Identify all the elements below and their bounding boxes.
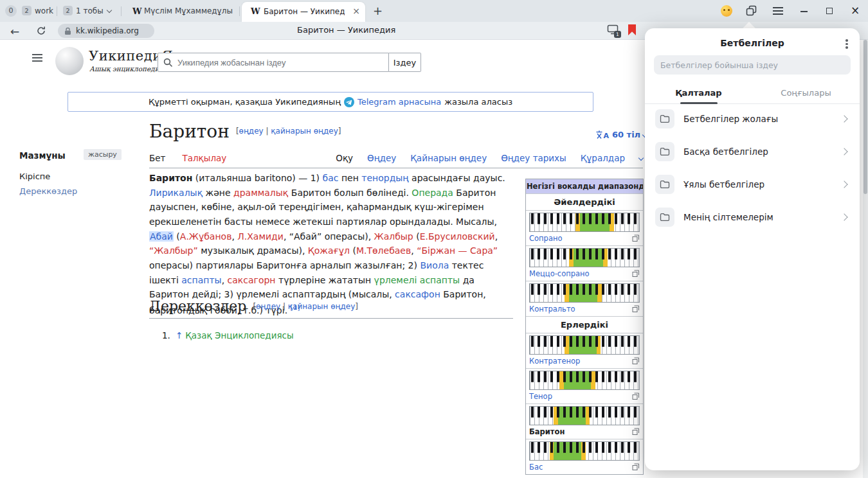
infobox-row-bass: Бас bbox=[526, 439, 643, 474]
keyboard-range-image[interactable] bbox=[529, 283, 640, 303]
folder-item-mobile-bookmarks[interactable]: Ұялы бетбелгілер bbox=[645, 168, 860, 201]
keyboard-range-image[interactable] bbox=[529, 441, 640, 461]
edit-source-link[interactable]: қайнарын өңдеу bbox=[271, 127, 338, 136]
wikipedia-favicon: W bbox=[251, 6, 260, 16]
voice-link[interactable]: Сопрано bbox=[529, 234, 563, 243]
screen-share-icon[interactable]: 1 bbox=[607, 24, 619, 36]
telegram-link[interactable]: Telegram арнасына bbox=[357, 97, 441, 107]
address-bar[interactable]: kk.wikipedia.org bbox=[58, 24, 154, 38]
reference-item: 1.↑Қазақ Энциклопедиясы bbox=[162, 330, 294, 341]
enlarge-icon[interactable] bbox=[632, 305, 640, 313]
browser-tab-bariton-active[interactable]: W Баритон — Уикипедия × bbox=[242, 2, 365, 22]
tab-group-1-toby[interactable]: 1 тобы bbox=[76, 6, 104, 16]
edit-link[interactable]: өңдеу bbox=[256, 302, 280, 311]
folder-item-other-bookmarks[interactable]: Басқа бетбелгілер bbox=[645, 136, 860, 168]
toc-item-references[interactable]: Дереккөздер bbox=[19, 186, 77, 196]
article-tabs: Бет Талқылау Оқу Өңдеу Қайнарын өңдеу Өң… bbox=[149, 150, 643, 168]
tab-folders[interactable]: Қалталар bbox=[645, 84, 752, 103]
edit-link[interactable]: өңдеу bbox=[239, 127, 264, 136]
language-selector[interactable]: A 60 тіл bbox=[595, 130, 647, 139]
folder-item-bookmarks-bar[interactable]: Бетбелгілер жолағы bbox=[645, 103, 860, 136]
enlarge-icon[interactable] bbox=[632, 463, 640, 471]
voice-current: Баритон bbox=[529, 427, 565, 436]
scrollbar-thumb[interactable] bbox=[863, 40, 867, 194]
folder-icon bbox=[655, 175, 674, 194]
browser-tab-muslim[interactable]: W Мүслім Мұхаммедұлы Ма bbox=[127, 3, 238, 20]
collections-panel-icon[interactable] bbox=[746, 5, 757, 17]
tab-talk[interactable]: Талқылау bbox=[182, 153, 226, 163]
voice-link[interactable]: Контратенор bbox=[529, 357, 580, 366]
reference-number: 1. bbox=[162, 330, 170, 341]
tab-read[interactable]: Оқу bbox=[336, 153, 353, 163]
title-edit-links: [өңдеу | қайнарын өңдеу] bbox=[236, 127, 341, 136]
wiki-menu-icon[interactable] bbox=[32, 54, 44, 62]
tab-edit[interactable]: Өңдеу bbox=[367, 153, 396, 163]
enlarge-icon[interactable] bbox=[632, 393, 640, 400]
bookmarks-search[interactable] bbox=[654, 55, 851, 75]
folder-label: Бетбелгілер жолағы bbox=[683, 114, 778, 124]
browser-menu-icon[interactable] bbox=[773, 7, 783, 15]
folder-item-my-links[interactable]: Менің сілтемелерім bbox=[645, 201, 860, 234]
wikipedia-logo[interactable] bbox=[55, 47, 84, 75]
tab-group-badge: 2 bbox=[22, 6, 32, 15]
enlarge-icon[interactable] bbox=[632, 270, 640, 278]
keyboard-range-image[interactable] bbox=[529, 406, 640, 425]
infobox-row-baritone: Баритон bbox=[526, 403, 643, 439]
wiki-search-box[interactable] bbox=[158, 53, 389, 72]
section-title: Дереккөздер bbox=[149, 298, 246, 314]
voice-link[interactable]: Бас bbox=[529, 463, 543, 472]
window-maximize-button[interactable] bbox=[818, 0, 841, 22]
chevron-right-icon bbox=[840, 115, 847, 122]
keyboard-range-image[interactable] bbox=[529, 335, 640, 355]
voice-link[interactable]: Тенор bbox=[529, 392, 552, 401]
folder-icon bbox=[655, 208, 674, 227]
toc-hide-button[interactable]: жасыру bbox=[84, 149, 122, 160]
tab-group-work[interactable]: work bbox=[35, 6, 53, 16]
tab-separator bbox=[57, 6, 57, 16]
toolbar-page-title: Баритон — Уикипедия bbox=[297, 25, 395, 35]
edit-source-link[interactable]: қайнарын өңдеу bbox=[288, 302, 355, 311]
new-tab-button[interactable]: + bbox=[373, 3, 383, 19]
window-close-button[interactable]: × bbox=[844, 0, 867, 22]
chevron-down-icon[interactable] bbox=[107, 8, 112, 13]
tab-history[interactable]: Өңдеу тарихы bbox=[501, 153, 566, 163]
tab-separator bbox=[239, 6, 240, 16]
wikipedia-favicon: W bbox=[132, 6, 142, 16]
tab-recent[interactable]: Соңғылары bbox=[752, 84, 860, 103]
keyboard-range-image[interactable] bbox=[529, 371, 640, 390]
wiki-search: Іздеу bbox=[158, 53, 421, 72]
tab-edit-source[interactable]: Қайнарын өңдеу bbox=[410, 153, 487, 163]
tab-counter-badge[interactable]: 0 bbox=[5, 5, 17, 17]
voice-link[interactable]: Меццо-сопрано bbox=[529, 269, 590, 278]
reference-link[interactable]: Қазақ Энциклопедиясы bbox=[185, 330, 293, 341]
keyboard-range-image[interactable] bbox=[529, 213, 640, 232]
infobox-row-soprano: Сопрано bbox=[526, 210, 643, 245]
tab-tools[interactable]: Құралдар bbox=[581, 153, 625, 163]
infobox-row-countertenor: Контратенор bbox=[526, 333, 643, 368]
wiki-search-input[interactable] bbox=[177, 53, 383, 71]
tab-page[interactable]: Бет bbox=[149, 153, 165, 163]
backlink-arrow[interactable]: ↑ bbox=[176, 330, 183, 341]
kebab-menu-icon[interactable] bbox=[845, 38, 848, 50]
enlarge-icon[interactable] bbox=[632, 357, 640, 365]
voice-link[interactable]: Контральто bbox=[529, 305, 575, 314]
toc-item-intro[interactable]: Кіріспе bbox=[19, 172, 50, 181]
article-title: Баритон[өңдеу | қайнарын өңдеу] bbox=[149, 121, 341, 142]
enlarge-icon[interactable] bbox=[632, 235, 640, 242]
keyboard-range-image[interactable] bbox=[529, 248, 640, 267]
back-button[interactable]: ← bbox=[10, 24, 19, 39]
bracket: ] bbox=[355, 302, 358, 311]
refresh-icon[interactable] bbox=[36, 26, 46, 36]
page-scrollbar[interactable] bbox=[863, 40, 868, 478]
infobox-section-men: Ерлердікі bbox=[526, 316, 643, 333]
enlarge-icon[interactable] bbox=[632, 428, 640, 436]
chevron-right-icon bbox=[840, 181, 847, 188]
window-minimize-button[interactable] bbox=[792, 0, 815, 22]
bookmarks-search-input[interactable] bbox=[654, 55, 851, 75]
wiki-search-button[interactable]: Іздеу bbox=[389, 53, 421, 72]
panel-tabs: Қалталар Соңғылары bbox=[645, 84, 860, 104]
article-paragraph: Баритон (итальянша baritono) — 1) бас пе… bbox=[149, 171, 513, 317]
folder-icon bbox=[655, 142, 674, 161]
promo-smiley-icon[interactable] bbox=[721, 5, 732, 17]
tab-close-icon[interactable]: × bbox=[352, 6, 360, 16]
